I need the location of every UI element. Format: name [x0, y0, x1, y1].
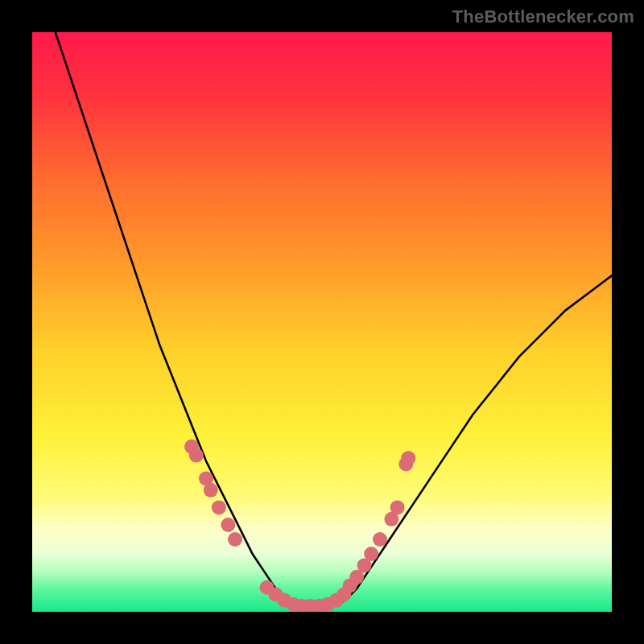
- marker-highlight-dots-right: [364, 547, 378, 561]
- chart-frame: TheBottlenecker.com: [0, 0, 644, 644]
- marker-highlight-dots-left: [212, 500, 226, 514]
- marker-highlight-dots-right: [373, 532, 387, 547]
- marker-highlight-dots-outlier: [401, 451, 415, 465]
- marker-highlight-dots-right: [390, 500, 405, 514]
- marker-highlight-dots-left: [204, 483, 218, 497]
- marker-highlight-dots-left: [189, 448, 204, 463]
- plot-area: [32, 32, 612, 612]
- chart-svg: [32, 32, 612, 612]
- watermark-text: TheBottlenecker.com: [452, 6, 634, 27]
- marker-highlight-dots-left: [228, 532, 242, 547]
- marker-highlight-dots-left: [221, 518, 235, 532]
- curve-bottleneck-curve: [56, 32, 612, 609]
